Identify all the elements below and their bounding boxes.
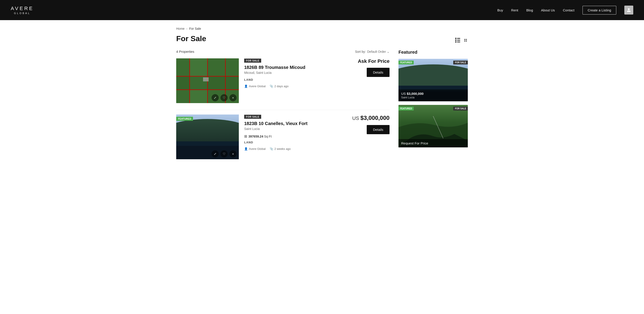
logo[interactable]: AVERE GLOBAL xyxy=(11,6,34,14)
grid-view-button[interactable] xyxy=(463,34,468,44)
breadcrumb: Home › For Sale xyxy=(176,27,468,30)
create-listing-button[interactable]: Create a Listing xyxy=(582,6,616,14)
user-icon xyxy=(626,8,631,12)
listings-sidebar: Featured xyxy=(398,50,468,166)
nav-blog[interactable]: Blog xyxy=(526,8,533,12)
user-account-button[interactable] xyxy=(624,6,633,14)
expand-icon: ⤢ xyxy=(214,152,216,156)
favorite-button[interactable]: ♡ xyxy=(220,150,228,158)
breadcrumb-home[interactable]: Home xyxy=(176,27,184,30)
property-image-wrap: FEATURED ⤢ ♡ + xyxy=(176,114,239,159)
image-action-buttons: ⤢ ♡ + xyxy=(212,94,236,101)
property-card: ⤢ ♡ + FOR SALE xyxy=(176,58,390,103)
add-button[interactable]: + xyxy=(230,150,236,158)
price-ask: Ask For Price xyxy=(358,58,390,64)
property-area: ⊞ 397659.24 Sq Ft xyxy=(244,134,340,138)
featured-badge-small: FEATURED xyxy=(398,60,414,64)
meta-agent: 👤 Avere Global xyxy=(244,147,266,150)
favorite-button[interactable]: ♡ xyxy=(220,94,228,101)
sort-label: Sort by: xyxy=(355,50,366,54)
agent-name: Avere Global xyxy=(249,84,266,88)
meta-posted: 📎 2 days ago xyxy=(270,84,289,88)
property-image-actions: ⤢ ♡ + xyxy=(176,92,239,103)
featured-card-location: Saint Lucia xyxy=(401,96,465,99)
breadcrumb-current: For Sale xyxy=(189,27,201,30)
clip-icon: 📎 xyxy=(270,84,273,88)
logo-tagline: GLOBAL xyxy=(11,12,34,14)
property-title: 1823B 10 Canelles, Vieux Fort xyxy=(244,121,340,126)
property-image-wrap: ⤢ ♡ + xyxy=(176,58,239,103)
page-title: For Sale xyxy=(176,34,206,43)
agent-name: Avere Global xyxy=(249,147,266,150)
property-type: LAND xyxy=(244,78,340,82)
heart-icon: ♡ xyxy=(223,152,226,156)
nav-rent[interactable]: Rent xyxy=(511,8,518,12)
nav-contact[interactable]: Contact xyxy=(563,8,574,12)
meta-posted: 📎 2 weeks ago xyxy=(270,147,291,150)
sort-select: Sort by: Default Order ⌄ xyxy=(355,50,390,54)
clip-icon: 📎 xyxy=(270,147,273,150)
property-meta: 👤 Avere Global 📎 2 weeks ago xyxy=(244,147,340,150)
sort-row: 4 Properties Sort by: Default Order ⌄ xyxy=(176,50,390,54)
details-button[interactable]: Details xyxy=(367,125,390,134)
forsale-badge-small: FOR SALE xyxy=(453,60,468,64)
add-button[interactable]: + xyxy=(230,94,236,101)
nav-buy[interactable]: Buy xyxy=(497,8,503,12)
for-sale-badge: FOR SALE xyxy=(244,115,261,119)
plus-icon: + xyxy=(232,96,234,100)
property-image-actions: ⤢ ♡ + xyxy=(176,148,239,159)
price-usd: US $3,000,000 xyxy=(352,114,390,122)
logo-name: AVERE xyxy=(11,6,34,12)
property-info: FOR SALE 1823B 10 Canelles, Vieux Fort S… xyxy=(244,114,340,150)
property-meta: 👤 Avere Global 📎 2 days ago xyxy=(244,84,340,88)
person-icon: 👤 xyxy=(244,147,248,150)
property-location: Micoud, Saint Lucia xyxy=(244,71,340,74)
sort-dropdown[interactable]: Default Order ⌄ xyxy=(367,50,390,54)
view-toggle xyxy=(454,34,468,44)
featured-card-overlay: Request For Price xyxy=(398,139,468,148)
property-price-col: US $3,000,000 Details xyxy=(345,114,390,134)
header: AVERE GLOBAL Buy Rent Blog About Us Cont… xyxy=(0,0,644,20)
expand-button[interactable]: ⤢ xyxy=(212,94,219,101)
svg-rect-8 xyxy=(203,78,209,82)
listings-area: 4 Properties Sort by: Default Order ⌄ xyxy=(176,50,468,166)
main-nav: Buy Rent Blog About Us Contact Create a … xyxy=(497,6,633,14)
heart-icon: ♡ xyxy=(223,96,226,100)
featured-card-price: Request For Price xyxy=(401,141,465,145)
featured-card-price: US $3,000,000 xyxy=(401,92,465,96)
breadcrumb-separator: › xyxy=(186,27,188,30)
property-price-col: Ask For Price Details xyxy=(345,58,390,77)
expand-button[interactable]: ⤢ xyxy=(212,150,219,158)
for-sale-badge: FOR SALE xyxy=(244,58,261,62)
area-icon: ⊞ xyxy=(244,134,247,138)
property-info: FOR SALE 1826B 89 Troumasse Micoud Micou… xyxy=(244,58,340,88)
plus-icon: + xyxy=(232,152,234,156)
area-value: 397659.24 Sq Ft xyxy=(248,135,272,138)
featured-badge: FEATURED xyxy=(176,117,193,121)
forsale-badge-small: FOR SALE xyxy=(453,107,468,110)
expand-icon: ⤢ xyxy=(214,96,216,100)
listing-divider xyxy=(176,110,390,110)
meta-agent: 👤 Avere Global xyxy=(244,84,266,88)
property-title: 1826B 89 Troumasse Micoud xyxy=(244,65,340,70)
main-content: Home › For Sale For Sale xyxy=(0,20,644,314)
posted-time: 2 weeks ago xyxy=(274,147,291,150)
person-icon: 👤 xyxy=(244,84,248,88)
list-view-icon xyxy=(455,34,460,40)
nav-about[interactable]: About Us xyxy=(541,8,555,12)
featured-card-overlay: US $3,000,000 Saint Lucia xyxy=(398,90,468,101)
chevron-down-icon: ⌄ xyxy=(387,50,390,54)
grid-view-icon xyxy=(464,36,467,41)
list-view-button[interactable] xyxy=(454,34,461,44)
details-button[interactable]: Details xyxy=(367,68,390,77)
featured-card[interactable]: FEATURED FOR SALE Request For Price xyxy=(398,105,468,148)
property-card: FEATURED ⤢ ♡ + xyxy=(176,114,390,159)
property-type: LAND xyxy=(244,141,340,144)
posted-time: 2 days ago xyxy=(274,84,289,88)
featured-badge-small: FEATURED xyxy=(398,107,414,110)
featured-card[interactable]: FEATURED FOR SALE US $3,000,000 Saint Lu… xyxy=(398,59,468,101)
image-action-buttons: ⤢ ♡ + xyxy=(212,150,236,158)
sidebar-featured-title: Featured xyxy=(398,50,468,55)
listings-main: 4 Properties Sort by: Default Order ⌄ xyxy=(176,50,390,166)
properties-count: 4 Properties xyxy=(176,50,194,54)
